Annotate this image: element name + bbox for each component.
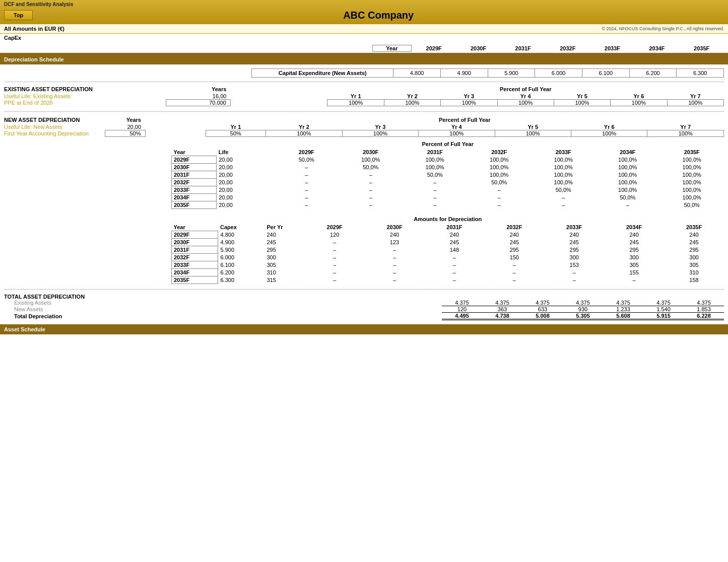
new-val-2034: 1.540 — [643, 306, 684, 313]
amt-2031-header: 2031F — [424, 224, 484, 231]
capex-label-cell: Capital Expenditure (New Assets) — [252, 69, 393, 78]
pct-detail-life-header: Life — [217, 149, 261, 156]
table-row — [261, 194, 275, 201]
table-row: 100,0% — [467, 171, 532, 179]
capex-2031: 5.900 — [488, 69, 535, 78]
capex-row: Capital Expenditure (New Assets) 4.800 4… — [4, 68, 724, 78]
table-row: 50,0% — [595, 194, 660, 201]
top-button[interactable]: Top — [4, 10, 33, 20]
table-row: 295 — [484, 246, 544, 254]
existing-pct-yr5: 100% — [554, 100, 610, 106]
table-row: 2033F — [172, 261, 218, 269]
yr6-header: Yr 6 — [611, 93, 667, 100]
new-useful-life-value: 20,00 — [105, 124, 145, 130]
ppe-value: 70.000 — [166, 100, 230, 106]
new-pct-yr6: 100% — [571, 130, 647, 137]
total-val-2035: 6.228 — [684, 313, 724, 320]
existing-val-2029: 4.375 — [442, 300, 482, 306]
table-row: – — [305, 254, 365, 261]
table-row: – — [365, 261, 425, 269]
col-2031: 2031F — [501, 45, 546, 52]
table-row: 2030F — [172, 164, 217, 171]
new-assets-label: New Assets — [4, 306, 337, 313]
table-row: 2034F — [172, 194, 217, 201]
table-row: 300 — [264, 254, 304, 261]
table-row: 100,0% — [660, 164, 724, 171]
table-row: 50,0% — [467, 179, 532, 186]
existing-val-2034: 4.375 — [643, 300, 684, 306]
new-yr5-header: Yr 5 — [495, 124, 571, 130]
existing-pct-yr1: 100% — [327, 100, 384, 106]
table-row — [261, 156, 275, 164]
existing-asset-table: EXISTING ASSET DEPRECIATION Years Percen… — [4, 86, 724, 106]
table-row: 240 — [604, 231, 664, 239]
existing-assets-label: Existing Assets — [4, 300, 337, 306]
table-row: 20,00 — [217, 156, 261, 164]
useful-life-value: 16,00 — [166, 93, 230, 100]
table-row: – — [305, 261, 365, 269]
table-row: – — [467, 186, 532, 194]
table-row: 50,0% — [403, 171, 468, 179]
existing-val-2033: 4.375 — [603, 300, 643, 306]
table-row: 245 — [484, 239, 544, 246]
table-row: – — [604, 276, 664, 284]
capex-2034: 6.200 — [629, 69, 677, 78]
yr1-header: Yr 1 — [327, 93, 384, 100]
table-row: 300 — [604, 254, 664, 261]
table-row: – — [339, 194, 403, 201]
table-row: 245 — [424, 239, 484, 246]
table-row: 305 — [604, 261, 664, 269]
new-pct-yr5: 100% — [495, 130, 571, 137]
table-row: – — [484, 269, 544, 276]
table-row: 2033F — [172, 186, 217, 194]
table-row: – — [424, 276, 484, 284]
table-row: 100,0% — [595, 171, 660, 179]
useful-life-label: Useful Life: Existing Assets — [4, 93, 166, 100]
table-row: 6.000 — [218, 254, 264, 261]
new-pct-detail-title: Percent of Full Year — [172, 141, 724, 149]
amounts-detail-title: Amounts for Depreciation — [172, 216, 724, 224]
capex-2029: 4.800 — [393, 69, 441, 78]
yr3-header: Yr 3 — [441, 93, 497, 100]
table-row: 2030F — [172, 239, 218, 246]
new-asset-title: NEW ASSET DEPRECIATION — [4, 117, 105, 124]
table-row: 100,0% — [532, 179, 596, 186]
table-row: 100,0% — [532, 156, 596, 164]
pct-detail-2035-header: 2035F — [660, 149, 724, 156]
table-row: – — [305, 239, 365, 246]
amt-year-header: Year — [172, 224, 218, 231]
table-row: 50,0% — [660, 201, 724, 209]
table-row: 50,0% — [339, 164, 403, 171]
table-row: 20,00 — [217, 194, 261, 201]
table-row: 100,0% — [660, 179, 724, 186]
existing-years-col: Years — [166, 86, 230, 93]
table-row: 100,0% — [467, 164, 532, 171]
table-row: – — [339, 171, 403, 179]
year-header-table: Year 2029F 2030F 2031F 2032F 2033F 2034F… — [4, 45, 724, 52]
table-row: 310 — [664, 269, 724, 276]
table-row: 20,00 — [217, 179, 261, 186]
new-pct-title: Percent of Full Year — [206, 117, 724, 124]
table-row: – — [275, 194, 339, 201]
amt-peryr-header: Per Yr — [264, 224, 304, 231]
table-row: 20,00 — [217, 201, 261, 209]
table-row: 6.300 — [218, 276, 264, 284]
new-val-2030: 363 — [482, 306, 522, 313]
existing-val-2031: 4.375 — [522, 300, 563, 306]
capex-2030: 4.900 — [440, 69, 488, 78]
table-row: 100,0% — [660, 194, 724, 201]
table-row: – — [484, 261, 544, 269]
total-val-2030: 4.738 — [482, 313, 522, 320]
existing-pct-yr7: 100% — [667, 100, 723, 106]
table-row: 315 — [264, 276, 304, 284]
table-row: 2034F — [172, 269, 218, 276]
table-row — [261, 186, 275, 194]
table-row: 4.900 — [218, 239, 264, 246]
new-val-2035: 1.853 — [684, 306, 724, 313]
table-row: 2032F — [172, 254, 218, 261]
total-val-2034: 5.915 — [643, 313, 684, 320]
table-row: 20,00 — [217, 171, 261, 179]
table-row: 50,0% — [275, 156, 339, 164]
table-row: 4.800 — [218, 231, 264, 239]
table-row: – — [424, 254, 484, 261]
